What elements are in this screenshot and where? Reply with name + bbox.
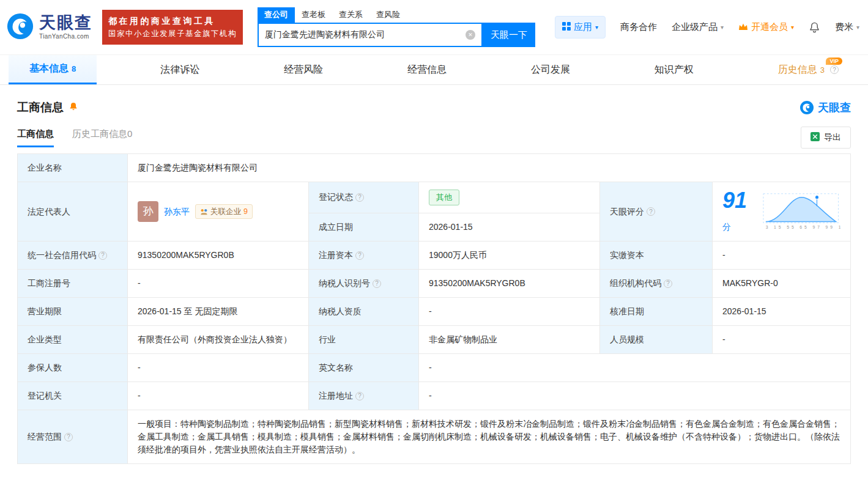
search-input[interactable] (259, 30, 466, 40)
help-icon[interactable]: ? (373, 279, 381, 288)
chevron-down-icon: ▾ (791, 24, 794, 31)
status-badge: 其他 (429, 190, 459, 205)
reg-status-value: 其他 (419, 182, 600, 213)
watermark-logo-text: 天眼查 (818, 100, 851, 115)
reg-capital-label: 注册资本? (309, 242, 419, 270)
brand-name: 天眼查 (39, 15, 92, 31)
tyc-score-cell[interactable]: 91分 0 1 3 15 55 65 97 99 100 (713, 182, 851, 242)
help-icon[interactable]: ? (355, 193, 364, 202)
avatar[interactable]: 孙 (138, 201, 158, 222)
paid-capital-value: - (713, 242, 851, 270)
tab-operation-risk[interactable]: 经营风险 (263, 55, 344, 84)
apps-grid-icon (562, 22, 571, 32)
tianyancha-logo-icon (6, 12, 34, 42)
business-scope-value: 一般项目：特种陶瓷制品制造；特种陶瓷制品销售；新型陶瓷材料销售；新材料技术研发；… (128, 410, 851, 464)
insured-count-label: 参保人数 (18, 354, 128, 382)
legal-rep-name-link[interactable]: 孙东平 (164, 205, 190, 218)
help-icon[interactable]: ? (355, 392, 364, 400)
approve-date-value: 2026-01-15 (713, 298, 851, 326)
table-row: 登记机关 - 注册地址? - (18, 382, 851, 410)
page-title: 工商信息 (17, 100, 64, 116)
help-icon[interactable]: ? (98, 251, 107, 260)
search-button[interactable]: 天眼一下 (483, 23, 535, 47)
related-companies-label: 关联企业 (210, 206, 241, 218)
apps-label: 应用 (574, 21, 592, 33)
open-vip-link[interactable]: 开通会员 ▾ (738, 21, 794, 33)
tianyancha-watermark-logo: 天眼查 (799, 100, 851, 115)
export-label: 导出 (824, 132, 841, 143)
legal-rep-label: 法定代表人 (18, 182, 128, 242)
company-name-label: 企业名称 (18, 154, 128, 182)
paid-capital-label: 实缴资本 (600, 242, 713, 270)
search-tabs: 查公司 查老板 查关系 查风险 (258, 7, 535, 23)
help-icon[interactable]: ? (355, 251, 364, 260)
reg-address-label: 注册地址? (309, 382, 419, 410)
search-tab-risk[interactable]: 查风险 (369, 7, 407, 23)
apps-button[interactable]: 应用 ▾ (555, 16, 606, 39)
business-term-value: 2026-01-15 至 无固定期限 (128, 298, 309, 326)
table-row: 统一社会信用代码? 91350200MAK5RYGR0B 注册资本? 19000… (18, 242, 851, 270)
business-info-table: 企业名称 厦门金鹭先进陶瓷材料有限公司 法定代表人 孙 孙东平 关联企业 9 登… (17, 153, 851, 464)
tab-basic-info[interactable]: 基本信息 8 (9, 55, 97, 84)
help-icon[interactable]: ? (647, 207, 655, 216)
english-name-value: - (419, 354, 851, 382)
score-curve-chart: 0 1 3 15 55 65 97 99 100 (762, 191, 840, 232)
user-menu[interactable]: 费米 ▾ (835, 21, 859, 33)
main-content: 工商信息 天眼查 工商信息 历史工商信息0 导出 企业名称 厦门金鹭先进陶瓷材料… (0, 100, 868, 482)
tab-legal-litigation[interactable]: 法律诉讼 (139, 55, 220, 84)
taxpayer-quality-value: - (419, 298, 600, 326)
company-nav-tabs: 基本信息 8 法律诉讼 经营风险 经营信息 公司发展 知识产权 VIP 历史信息… (0, 54, 868, 85)
search-tab-company[interactable]: 查公司 (258, 7, 295, 23)
staff-size-value: - (713, 326, 851, 354)
business-cooperation-link[interactable]: 商务合作 (620, 21, 657, 33)
english-name-label: 英文名称 (309, 354, 419, 382)
company-type-label: 企业类型 (18, 326, 128, 354)
search-tab-boss[interactable]: 查老板 (295, 7, 332, 23)
taxpayer-quality-label: 纳税人资质 (309, 298, 419, 326)
tab-history-info[interactable]: VIP 历史信息 3 ? (757, 55, 859, 84)
establish-date-label: 成立日期 (309, 213, 419, 241)
establish-date-value: 2026-01-15 (419, 213, 600, 241)
enterprise-products-link[interactable]: 企业级产品 ▾ (672, 21, 724, 33)
tab-company-development[interactable]: 公司发展 (510, 55, 591, 84)
reg-authority-label: 登记机关 (18, 382, 128, 410)
related-companies-pill[interactable]: 关联企业 9 (195, 204, 253, 219)
enterprise-products-label: 企业级产品 (672, 21, 718, 33)
help-icon[interactable]: ? (64, 433, 73, 441)
company-name-value: 厦门金鹭先进陶瓷材料有限公司 (128, 154, 851, 182)
table-row: 法定代表人 孙 孙东平 关联企业 9 登记状态? 其他 天眼 (18, 182, 851, 213)
subtab-row: 工商信息 历史工商信息0 导出 (17, 127, 851, 149)
export-button[interactable]: 导出 (801, 127, 851, 149)
legal-rep-cell: 孙 孙东平 关联企业 9 (128, 182, 309, 242)
table-row: 工商注册号 - 纳税人识别号? 91350200MAK5RYGR0B 组织机构代… (18, 270, 851, 298)
subtab-business-info[interactable]: 工商信息 (17, 128, 54, 147)
tab-intellectual-property[interactable]: 知识产权 (634, 55, 714, 84)
help-icon[interactable]: ? (830, 65, 839, 74)
org-code-label: 组织机构代码? (600, 270, 713, 298)
vip-badge: VIP (826, 57, 842, 65)
credit-code-value: 91350200MAK5RYGR0B (128, 242, 309, 270)
tyc-score-label: 天眼评分? (600, 182, 713, 242)
alarm-bell-icon[interactable] (69, 101, 78, 114)
subtab-history-business-info[interactable]: 历史工商信息0 (72, 128, 132, 147)
help-icon[interactable]: ? (664, 279, 672, 288)
reg-status-label: 登记状态? (309, 182, 419, 213)
org-code-value: MAK5RYGR-0 (713, 270, 851, 298)
reg-number-label: 工商注册号 (18, 270, 128, 298)
user-name: 费米 (835, 21, 853, 33)
reg-address-value: - (419, 382, 851, 410)
tianyancha-logo[interactable]: 天眼查 TianYanCha.com (6, 12, 92, 42)
excel-icon (811, 132, 820, 143)
chevron-down-icon: ▾ (856, 24, 859, 31)
promo-line-1: 都在用的商业查询工具 (108, 15, 237, 28)
tab-basic-info-label: 基本信息 (29, 62, 69, 75)
search-tab-relation[interactable]: 查关系 (332, 7, 369, 23)
tab-operation-info[interactable]: 经营信息 (387, 55, 467, 84)
chevron-down-icon: ▾ (595, 24, 598, 31)
open-vip-label: 开通会员 (751, 21, 788, 33)
clear-icon[interactable]: ✕ (466, 30, 475, 40)
table-row: 企业类型 有限责任公司（外商投资企业法人独资） 行业 非金属矿物制品业 人员规模… (18, 326, 851, 354)
notification-bell-icon[interactable] (809, 21, 820, 33)
tab-history-info-count: 3 (820, 65, 825, 75)
reg-number-value: - (128, 270, 309, 298)
